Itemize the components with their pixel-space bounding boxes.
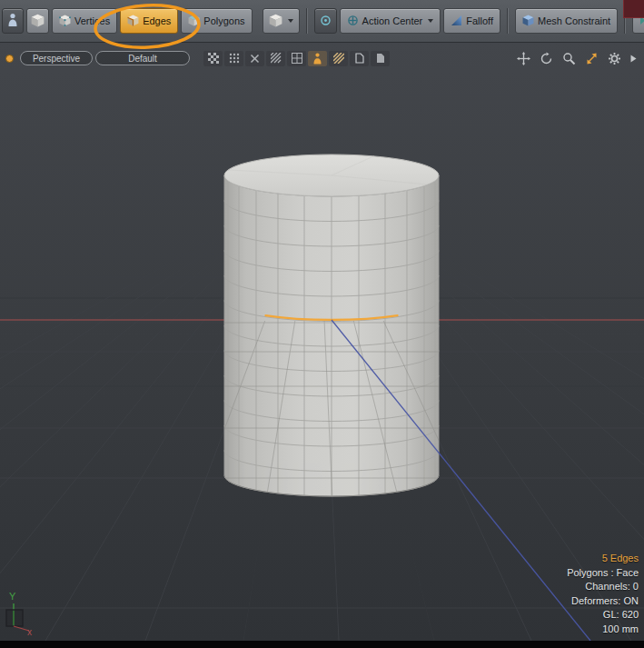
edges-mode-button[interactable]: Edges: [120, 8, 178, 34]
mesh-constraint-button[interactable]: Mesh Constraint: [515, 8, 618, 34]
status-channels: Channels: 0: [567, 580, 639, 594]
toolbar-separator: [306, 8, 308, 34]
hatch-icon: [271, 53, 282, 64]
viewport-nav-icons: [514, 51, 639, 66]
view-type-label: Perspective: [33, 54, 80, 64]
viewport-option-icons: [203, 51, 390, 66]
viewport-settings-button[interactable]: [605, 51, 624, 66]
viewport-toolbar: Perspective Default: [0, 50, 644, 66]
polygons-cube-icon: [188, 15, 200, 28]
modo-window: Vertices Edges Polygons: [0, 0, 644, 648]
status-polygons-mode: Polygons : Face: [567, 566, 639, 581]
wireframe-off-button[interactable]: [245, 51, 264, 66]
viewport-canvas[interactable]: Y x: [0, 43, 644, 641]
shading-style-label: Default: [128, 54, 157, 64]
expand-panel-button[interactable]: [628, 51, 639, 66]
vertices-mode-button[interactable]: Vertices: [52, 8, 117, 34]
mesh-constraint-label: Mesh Constraint: [538, 15, 610, 26]
edges-mode-label: Edges: [143, 15, 171, 26]
zoom-view-button[interactable]: [560, 51, 579, 66]
cube-icon: [269, 14, 282, 29]
checkerboard-icon: [208, 53, 219, 64]
dot-grid-icon: [229, 53, 240, 64]
viewport-active-dot-icon[interactable]: [5, 55, 14, 63]
page-option-button[interactable]: [350, 51, 369, 66]
hatch-icon: [333, 53, 344, 64]
maximize-icon: [585, 52, 599, 65]
document-icon: [376, 53, 385, 64]
pan-view-button[interactable]: [514, 51, 533, 66]
polygons-mode-label: Polygons: [203, 15, 244, 26]
dot-grid-toggle-button[interactable]: [224, 51, 243, 66]
zoom-icon: [562, 52, 576, 65]
hatch-shade-button[interactable]: [266, 51, 285, 66]
items-selection-button[interactable]: [26, 8, 49, 34]
axis-target-icon: [319, 14, 332, 29]
show-actors-button[interactable]: [308, 51, 327, 66]
crosshair-circle-icon: [347, 15, 359, 28]
falloff-button[interactable]: Falloff: [443, 8, 500, 34]
grid-icon: [292, 53, 302, 64]
chevron-down-icon: [428, 19, 433, 23]
cube-icon: [31, 14, 45, 29]
dither-toggle-button[interactable]: [203, 51, 223, 66]
play-icon: [630, 55, 637, 63]
chevron-down-icon: [288, 19, 293, 23]
page-option-2-button[interactable]: [371, 51, 390, 66]
gizmo-y-label: Y: [9, 591, 16, 602]
main-toolbar: Vertices Edges Polygons: [0, 0, 644, 43]
falloff-label: Falloff: [466, 15, 493, 26]
items-mode-button[interactable]: [2, 8, 24, 34]
viewport-status: 5 Edges Polygons : Face Channels: 0 Defo…: [567, 552, 639, 636]
document-icon: [355, 53, 364, 64]
person-icon: [312, 53, 322, 65]
grid-shade-button[interactable]: [287, 51, 306, 66]
status-grid-size: 100 mm: [567, 623, 639, 637]
vertices-cube-icon: [59, 15, 71, 28]
gizmo-x-label: x: [27, 627, 32, 637]
action-center-label: Action Center: [362, 15, 423, 26]
status-selection: 5 Edges: [567, 552, 639, 566]
gradient-ramp-icon: [451, 15, 462, 28]
dark-red-corner-block: [623, 0, 644, 18]
pivot-tool-button[interactable]: [314, 8, 337, 34]
x-icon: [250, 54, 260, 64]
maximize-viewport-button[interactable]: [582, 51, 601, 66]
rotate-view-button[interactable]: [537, 51, 556, 66]
item-selection-dropdown[interactable]: [263, 8, 300, 34]
edges-cube-icon: [127, 15, 139, 28]
status-deformers: Deformers: ON: [567, 594, 639, 609]
viewport-3d: Y x Perspective Default: [0, 43, 644, 641]
bottom-edge-strip: [0, 641, 644, 648]
person-icon: [6, 13, 19, 29]
mesh-cube-icon: [522, 15, 534, 28]
action-center-button[interactable]: Action Center: [340, 8, 441, 34]
status-gl: GL: 620: [567, 608, 639, 623]
orange-hatch-button[interactable]: [329, 51, 348, 66]
shading-style-dropdown[interactable]: Default: [95, 51, 190, 65]
toolbar-separator: [507, 8, 509, 34]
vertices-mode-label: Vertices: [74, 15, 110, 26]
gizmo-origin-box: [6, 610, 23, 626]
polygons-mode-button[interactable]: Polygons: [181, 8, 252, 34]
rotate-icon: [540, 52, 553, 65]
gear-icon: [608, 52, 621, 65]
view-type-dropdown[interactable]: Perspective: [20, 51, 93, 65]
pan-icon: [517, 52, 530, 65]
